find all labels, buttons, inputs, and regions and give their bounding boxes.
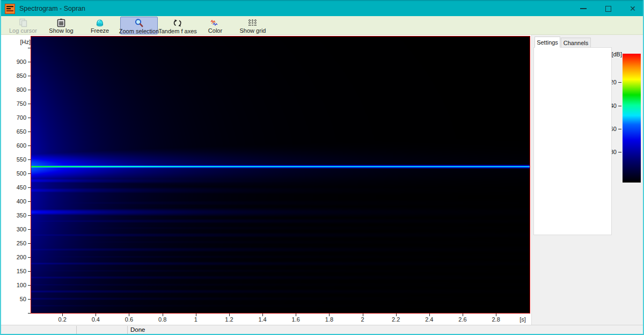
x-axis-label: 2 <box>352 316 374 323</box>
y-axis-tick <box>28 313 31 314</box>
color-label: Color <box>208 27 222 34</box>
status-text: Done <box>130 326 145 333</box>
zoom-selection-button[interactable]: Zoom selection <box>120 17 158 34</box>
y-axis-tick <box>28 132 31 132</box>
y-axis-unit-label: [Hz] <box>11 39 31 45</box>
y-axis-label: 500 <box>9 170 26 177</box>
tab-channels[interactable]: Channels <box>561 38 591 48</box>
spectrogram-canvas[interactable] <box>31 37 530 313</box>
color-icon <box>209 18 221 27</box>
x-axis-label: 0.4 <box>85 316 106 323</box>
zoom-selection-icon <box>134 18 144 28</box>
show-log-icon <box>56 18 67 27</box>
tab-settings[interactable]: Settings <box>535 37 560 48</box>
y-axis-tick <box>28 257 31 258</box>
x-axis-label: 0.8 <box>152 316 173 323</box>
y-axis-tick <box>28 215 31 216</box>
y-axis-tick <box>28 271 31 272</box>
y-axis-tick <box>28 285 31 286</box>
show-grid-button[interactable]: Show grid <box>234 17 272 34</box>
close-icon: ✕ <box>630 5 636 12</box>
log-cursor-icon <box>18 18 28 27</box>
app-window: Spectrogram - Sopran ✕ Log cursorShow lo… <box>0 0 644 335</box>
maximize-icon <box>605 6 611 12</box>
x-axis-label: 0.2 <box>52 316 73 323</box>
y-axis-label: 450 <box>9 184 26 191</box>
zoom-selection-label: Zoom selection <box>119 28 159 34</box>
tandem-f-axes-button[interactable]: Tandem f axes <box>158 17 197 34</box>
y-axis-tick <box>28 76 31 76</box>
colorbar-tick <box>618 129 621 129</box>
y-axis-label: 350 <box>9 212 26 219</box>
y-axis-tick <box>28 118 31 118</box>
statusbar: Done <box>1 325 644 334</box>
colorbar-tick <box>618 152 621 152</box>
y-axis-tick <box>28 48 31 48</box>
minimize-button[interactable] <box>571 1 596 16</box>
y-axis-tick <box>28 201 31 202</box>
x-axis-label: 2.4 <box>419 316 440 323</box>
y-axis-tick <box>28 90 31 90</box>
y-axis-label: 650 <box>9 128 26 135</box>
tandem-f-axes-icon <box>172 18 183 28</box>
close-button[interactable]: ✕ <box>620 1 644 16</box>
colorbar <box>623 54 641 183</box>
color-button[interactable]: Color <box>202 17 229 34</box>
y-axis-tick <box>28 229 31 230</box>
x-axis-label: 1.8 <box>318 316 340 323</box>
x-axis-label: 2.8 <box>485 316 507 323</box>
y-axis-label: 400 <box>9 198 26 205</box>
freeze-label: Freeze <box>91 27 109 34</box>
y-axis-tick <box>28 104 31 104</box>
x-axis-label: 1.6 <box>285 316 306 323</box>
y-axis-label: 100 <box>9 282 26 288</box>
y-axis-label: 200 <box>9 254 26 260</box>
x-axis-label: 2.2 <box>385 316 407 323</box>
y-axis-tick <box>28 62 31 62</box>
x-axis-unit-label: [s] <box>515 316 530 323</box>
show-grid-icon <box>247 18 258 27</box>
statusbar-separator <box>76 326 77 334</box>
settings-tab-page <box>533 47 612 235</box>
x-axis-label: 1 <box>185 316 207 323</box>
y-axis-label: 750 <box>9 100 26 107</box>
freeze-button[interactable]: Freeze <box>83 17 117 34</box>
x-axis-label: 1.2 <box>218 316 240 323</box>
log-cursor-label: Log cursor <box>9 27 37 34</box>
y-axis-label: 900 <box>9 59 26 65</box>
y-axis-label: 550 <box>9 156 26 163</box>
y-axis-tick <box>28 187 31 188</box>
window-title: Spectrogram - Sopran <box>19 5 85 12</box>
x-axis-label: 0.6 <box>118 316 140 323</box>
log-cursor-button: Log cursor <box>5 17 41 34</box>
x-axis-label: 1.4 <box>252 316 273 323</box>
colorbar-tick <box>618 82 621 83</box>
y-axis-tick <box>28 145 31 146</box>
y-axis-label: 50 <box>9 296 26 302</box>
y-axis-tick <box>28 299 31 300</box>
statusbar-separator <box>127 326 128 334</box>
show-log-label: Show log <box>49 27 73 34</box>
y-axis-label: 250 <box>9 240 26 246</box>
titlebar: Spectrogram - Sopran ✕ <box>0 0 644 16</box>
y-axis-label: 300 <box>9 226 26 232</box>
app-icon <box>5 4 15 14</box>
y-axis-label: 850 <box>9 72 26 79</box>
colorbar-tick <box>618 106 621 106</box>
y-axis-label: 800 <box>9 86 26 93</box>
y-axis-tick <box>28 173 31 174</box>
tandem-f-axes-label: Tandem f axes <box>158 28 197 34</box>
minimize-icon <box>580 8 587 9</box>
freeze-icon <box>94 18 105 27</box>
x-axis-label: 2.6 <box>452 316 473 323</box>
show-grid-label: Show grid <box>240 27 266 34</box>
y-axis-label: 700 <box>9 114 26 121</box>
y-axis-tick <box>28 159 31 160</box>
y-axis-tick <box>28 243 31 244</box>
y-axis-label: 600 <box>9 142 26 149</box>
show-log-button[interactable]: Show log <box>45 17 77 34</box>
toolbar: Log cursorShow logFreezeZoom selectionTa… <box>1 16 644 35</box>
y-axis-label: 150 <box>9 268 26 274</box>
maximize-button[interactable] <box>596 1 620 16</box>
